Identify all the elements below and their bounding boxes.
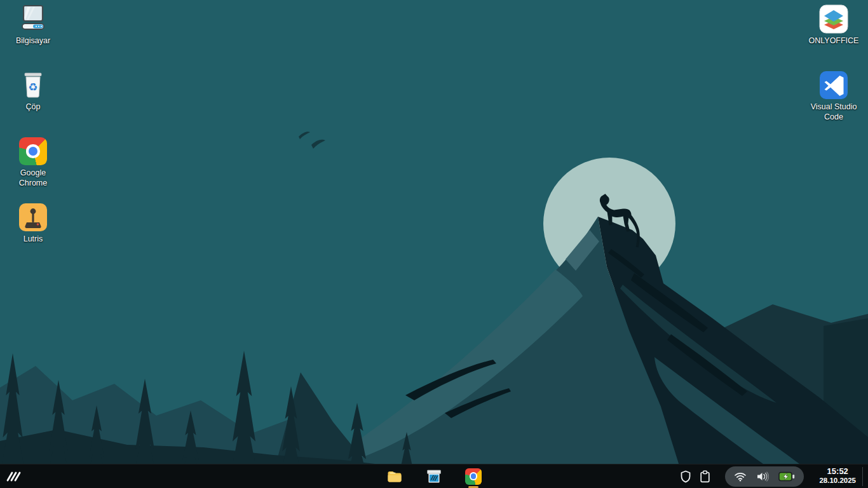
volume-icon [756,471,769,482]
pardus-menu-icon [5,468,22,485]
desktop-icon-vscode[interactable]: Visual Studio Code [806,70,862,122]
software-box-icon [426,468,442,485]
icon-label: Lutris [5,234,61,245]
status-pill [725,466,804,487]
taskbar: 15:52 28.10.2025 [0,464,868,488]
computer-icon [18,4,48,34]
chrome-icon [465,468,482,485]
file-manager-button[interactable] [386,464,403,488]
svg-text:♻: ♻ [28,81,37,93]
desktop-icon-cop[interactable]: ♻ Çöp [5,70,61,112]
icon-label: ONLYOFFICE [806,36,862,46]
icon-label: Çöp [5,102,61,112]
running-indicator [468,486,478,488]
software-center-button[interactable] [426,464,442,488]
clipboard-icon [700,470,710,483]
wallpaper [0,0,868,488]
clock-time: 15:52 [827,467,848,477]
trash-icon: ♻ [18,70,48,100]
clock-date: 28.10.2025 [819,477,856,485]
wifi-button[interactable] [734,466,747,487]
pinned-apps [386,464,482,488]
icon-label: Google Chrome [5,168,61,188]
chrome-taskbar-button[interactable] [465,464,482,488]
desktop-screen: Bilgisayar ♻ Çöp Google Chrome [0,0,868,488]
clock[interactable]: 15:52 28.10.2025 [819,464,856,488]
chrome-icon [18,136,48,166]
security-tray-button[interactable] [676,464,695,488]
shield-icon [680,470,691,483]
volume-button[interactable] [756,466,769,487]
clipboard-tray-button[interactable] [695,464,714,488]
system-tray: 15:52 28.10.2025 [676,464,868,488]
onlyoffice-icon [818,4,849,34]
battery-charging-icon [778,471,795,482]
wifi-icon [734,471,747,482]
folder-icon [386,468,403,485]
icon-label: Visual Studio Code [806,102,862,122]
desktop-icon-google-chrome[interactable]: Google Chrome [5,136,61,188]
battery-button[interactable] [778,466,795,487]
applications-menu-button[interactable] [0,464,29,488]
desktop-icon-onlyoffice[interactable]: ONLYOFFICE [806,4,862,46]
icon-label: Bilgisayar [5,36,61,46]
desktop-icon-bilgisayar[interactable]: Bilgisayar [5,4,61,46]
vscode-icon [818,70,849,100]
show-desktop-button[interactable] [863,464,868,488]
lutris-icon [18,202,48,233]
desktop-icon-lutris[interactable]: Lutris [5,202,61,245]
